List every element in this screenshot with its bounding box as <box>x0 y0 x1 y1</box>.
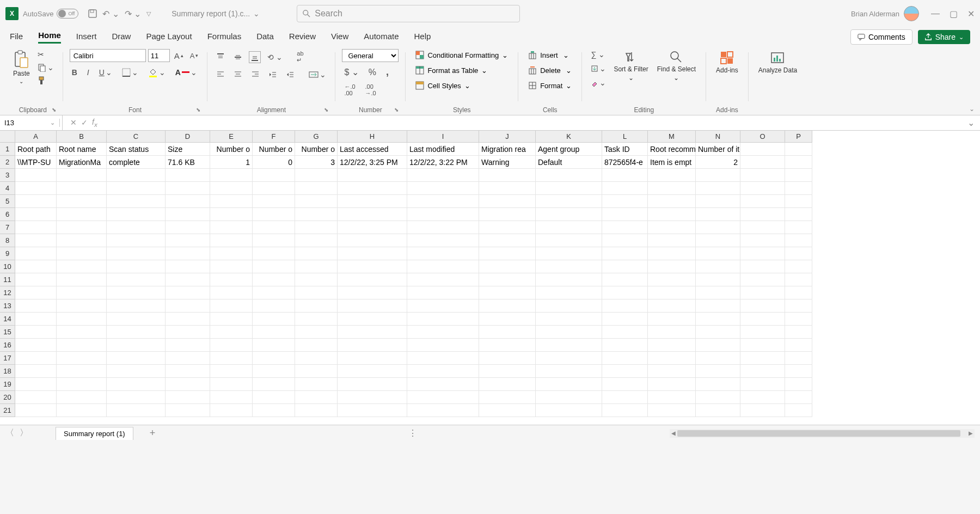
cell[interactable] <box>602 299 648 313</box>
cell[interactable] <box>536 326 602 339</box>
cell[interactable] <box>407 247 479 260</box>
cell[interactable] <box>602 169 648 182</box>
cell[interactable] <box>210 313 253 326</box>
cell[interactable] <box>107 391 166 404</box>
cell[interactable] <box>107 221 166 234</box>
align-center-button[interactable] <box>231 69 244 80</box>
cell[interactable] <box>210 326 253 339</box>
cell[interactable] <box>479 378 536 391</box>
cell[interactable] <box>602 247 648 260</box>
cell[interactable] <box>15 299 57 313</box>
cell[interactable] <box>648 182 696 195</box>
cell[interactable] <box>407 326 479 339</box>
cell[interactable] <box>740 391 785 404</box>
insert-cells-button[interactable]: Insert ⌄ <box>525 49 572 61</box>
cell[interactable] <box>536 299 602 313</box>
add-sheet-button[interactable]: + <box>150 427 156 439</box>
cell[interactable] <box>253 313 295 326</box>
cell[interactable] <box>107 339 166 352</box>
cell[interactable] <box>15 391 57 404</box>
fill-color-button[interactable]: ⌄ <box>146 66 168 78</box>
cell[interactable] <box>648 339 696 352</box>
cell[interactable] <box>696 273 740 286</box>
find-select-button[interactable]: Find & Select ⌄ <box>654 49 699 83</box>
cell[interactable] <box>648 286 696 299</box>
accounting-format-button[interactable]: $ ⌄ <box>342 66 360 78</box>
cell[interactable] <box>696 365 740 378</box>
cell[interactable] <box>740 247 785 260</box>
decrease-decimal-button[interactable]: .00→.0 <box>363 82 378 97</box>
cell[interactable] <box>536 260 602 273</box>
cell[interactable] <box>107 182 166 195</box>
minimize-button[interactable]: — <box>931 9 940 19</box>
row-header[interactable]: 13 <box>0 299 15 313</box>
cell[interactable] <box>295 247 338 260</box>
collapse-ribbon-icon[interactable]: ⌄ <box>969 105 975 113</box>
cell[interactable] <box>210 195 253 208</box>
share-button[interactable]: Share ⌄ <box>918 30 970 44</box>
cell[interactable] <box>57 208 107 221</box>
cell[interactable] <box>696 169 740 182</box>
cell[interactable] <box>338 378 407 391</box>
cell[interactable] <box>166 326 210 339</box>
cell[interactable] <box>785 234 812 247</box>
cell[interactable] <box>479 352 536 365</box>
cell[interactable] <box>107 326 166 339</box>
cell[interactable] <box>648 404 696 417</box>
cell-styles-button[interactable]: Cell Styles ⌄ <box>412 79 473 91</box>
cell[interactable] <box>166 169 210 182</box>
cell[interactable] <box>166 234 210 247</box>
borders-button[interactable]: ⌄ <box>120 67 140 78</box>
row-header[interactable]: 8 <box>0 234 15 247</box>
cell[interactable] <box>740 195 785 208</box>
enter-formula-icon[interactable]: ✓ <box>81 118 88 127</box>
cell[interactable] <box>295 352 338 365</box>
cell[interactable] <box>479 169 536 182</box>
cell[interactable]: Root recomm <box>648 143 696 156</box>
cell[interactable] <box>740 273 785 286</box>
cell[interactable] <box>602 326 648 339</box>
cell[interactable] <box>253 378 295 391</box>
column-header[interactable]: D <box>166 131 210 143</box>
cell[interactable] <box>407 299 479 313</box>
cell[interactable] <box>166 260 210 273</box>
cell[interactable] <box>57 169 107 182</box>
cell[interactable] <box>253 326 295 339</box>
cell[interactable] <box>295 378 338 391</box>
cell[interactable] <box>295 299 338 313</box>
tab-page-layout[interactable]: Page Layout <box>146 32 192 43</box>
cell[interactable] <box>479 313 536 326</box>
cell[interactable] <box>479 234 536 247</box>
scrollbar-thumb[interactable] <box>677 430 960 437</box>
cell[interactable] <box>648 247 696 260</box>
cell[interactable] <box>696 182 740 195</box>
cell[interactable] <box>253 339 295 352</box>
row-header[interactable]: 16 <box>0 339 15 352</box>
cell[interactable] <box>785 247 812 260</box>
cell[interactable] <box>479 339 536 352</box>
cell[interactable] <box>338 195 407 208</box>
cell[interactable] <box>696 404 740 417</box>
cell[interactable] <box>295 339 338 352</box>
cell[interactable] <box>479 391 536 404</box>
cell[interactable] <box>785 378 812 391</box>
cell[interactable] <box>338 365 407 378</box>
decrease-indent-button[interactable] <box>266 69 279 80</box>
cell[interactable] <box>479 299 536 313</box>
undo-icon[interactable]: ↶ ⌄ <box>102 9 119 19</box>
cell[interactable] <box>107 208 166 221</box>
cell[interactable] <box>107 313 166 326</box>
cell[interactable] <box>210 391 253 404</box>
column-header[interactable]: A <box>15 131 57 143</box>
comma-style-button[interactable]: , <box>384 65 391 79</box>
cell[interactable] <box>536 273 602 286</box>
column-header[interactable]: P <box>785 131 812 143</box>
dialog-launcher-icon[interactable]: ⬊ <box>394 107 399 113</box>
row-header[interactable]: 17 <box>0 352 15 365</box>
cell[interactable] <box>338 352 407 365</box>
cell[interactable] <box>338 169 407 182</box>
cell[interactable] <box>210 273 253 286</box>
column-header[interactable]: E <box>210 131 253 143</box>
cell[interactable] <box>696 391 740 404</box>
cell[interactable] <box>15 326 57 339</box>
